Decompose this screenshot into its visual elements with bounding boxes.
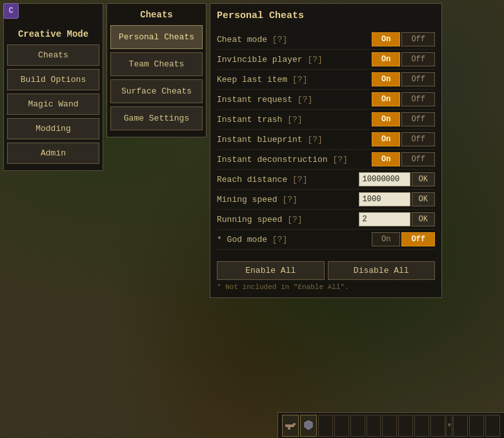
cheat-mode-row: Cheat mode [?] On Off — [217, 30, 435, 50]
cheat-mode-on[interactable]: On — [372, 32, 400, 46]
ui-container: Creative Mode Cheats Build Options Magic… — [0, 0, 445, 301]
middle-panel: Cheats Personal Cheats Team Cheats Surfa… — [106, 3, 207, 137]
mining-speed-input[interactable] — [359, 192, 410, 206]
instant-request-toggle: On Off — [372, 92, 435, 106]
keep-last-item-on[interactable]: On — [372, 72, 400, 86]
surface-cheats-button[interactable]: Surface Cheats — [110, 79, 203, 103]
toolbar-slot-ext-2[interactable] — [485, 415, 500, 437]
reach-distance-input[interactable] — [359, 172, 410, 186]
toolbar-slot-ext-0[interactable] — [453, 415, 468, 437]
game-settings-button[interactable]: Game Settings — [110, 106, 203, 130]
god-mode-toggle: On Off — [372, 232, 435, 246]
toolbar-slot-1[interactable] — [300, 415, 317, 437]
toolbar-slot-3[interactable] — [334, 415, 349, 437]
toolbar-scroll-button[interactable]: ▼ — [446, 415, 453, 437]
nav-panel-title: Creative Mode — [7, 26, 99, 45]
nav-admin-button[interactable]: Admin — [7, 143, 99, 164]
note-text: * Not included in "Enable All". — [217, 283, 435, 291]
toolbar-slot-0[interactable] — [282, 415, 299, 437]
invincible-player-on[interactable]: On — [372, 52, 400, 66]
instant-deconstruction-toggle: On Off — [372, 152, 435, 166]
reach-distance-row: Reach distance [?] OK — [217, 170, 435, 190]
toolbar-slot-8[interactable] — [414, 415, 429, 437]
app-icon: C — [3, 3, 19, 19]
toolbar-slot-7[interactable] — [398, 415, 413, 437]
svg-rect-2 — [288, 427, 290, 430]
instant-deconstruction-help[interactable]: [?] — [332, 155, 347, 164]
disable-all-button[interactable]: Disable All — [328, 261, 436, 280]
god-mode-row: * God mode [?] On Off — [217, 230, 435, 250]
cheat-mode-label: Cheat mode [?] — [217, 35, 372, 45]
enable-all-button[interactable]: Enable All — [217, 261, 325, 280]
main-panel-title: Personal Cheats — [217, 10, 435, 26]
keep-last-item-label: Keep last item [?] — [217, 75, 372, 85]
mining-speed-ok[interactable]: OK — [412, 192, 435, 206]
nav-modding-button[interactable]: Modding — [7, 118, 99, 139]
team-cheats-button[interactable]: Team Cheats — [110, 52, 203, 76]
instant-trash-off[interactable]: Off — [401, 112, 435, 126]
instant-request-off[interactable]: Off — [401, 92, 435, 106]
instant-request-label: Instant request [?] — [217, 95, 372, 105]
instant-blueprint-toggle: On Off — [372, 132, 435, 146]
reach-distance-help[interactable]: [?] — [292, 175, 307, 184]
instant-trash-help[interactable]: [?] — [287, 115, 302, 124]
toolbar-slot-2[interactable] — [318, 415, 333, 437]
svg-rect-0 — [285, 424, 294, 427]
running-speed-row: Running speed [?] OK — [217, 210, 435, 230]
mining-speed-help[interactable]: [?] — [282, 195, 297, 204]
reach-distance-label: Reach distance [?] — [217, 175, 359, 184]
instant-deconstruction-off[interactable]: Off — [401, 152, 435, 166]
nav-panel: Creative Mode Cheats Build Options Magic… — [3, 3, 103, 171]
instant-blueprint-on[interactable]: On — [372, 132, 400, 146]
nav-build-options-button[interactable]: Build Options — [7, 69, 99, 90]
instant-request-on[interactable]: On — [372, 92, 400, 106]
personal-cheats-button[interactable]: Personal Cheats — [110, 25, 203, 49]
invincible-player-row: Invincible player [?] On Off — [217, 50, 435, 70]
instant-blueprint-label: Instant blueprint [?] — [217, 135, 372, 144]
invincible-player-toggle: On Off — [372, 52, 435, 66]
main-panel: Personal Cheats Cheat mode [?] On Off In… — [210, 3, 442, 298]
toolbar-slot-5[interactable] — [367, 415, 381, 437]
running-speed-input[interactable] — [359, 212, 410, 226]
instant-request-row: Instant request [?] On Off — [217, 90, 435, 110]
cheat-mode-help[interactable]: [?] — [272, 35, 287, 45]
keep-last-item-off[interactable]: Off — [401, 72, 435, 86]
instant-deconstruction-label: Instant deconstruction [?] — [217, 155, 372, 164]
nav-cheats-button[interactable]: Cheats — [7, 45, 99, 66]
instant-blueprint-help[interactable]: [?] — [307, 135, 322, 144]
instant-blueprint-off[interactable]: Off — [401, 132, 435, 146]
toolbar-slot-ext-1[interactable] — [469, 415, 484, 437]
running-speed-input-group: OK — [359, 212, 435, 226]
god-mode-off[interactable]: Off — [401, 232, 435, 246]
gun-icon — [283, 418, 298, 433]
god-mode-on[interactable]: On — [372, 232, 400, 246]
invincible-player-off[interactable]: Off — [401, 52, 435, 66]
instant-trash-toggle: On Off — [372, 112, 435, 126]
keep-last-item-row: Keep last item [?] On Off — [217, 70, 435, 90]
middle-panel-title: Cheats — [110, 7, 203, 25]
running-speed-ok[interactable]: OK — [412, 212, 435, 226]
invincible-player-help[interactable]: [?] — [307, 55, 322, 65]
instant-trash-on[interactable]: On — [372, 112, 400, 126]
keep-last-item-help[interactable]: [?] — [292, 75, 307, 85]
instant-blueprint-row: Instant blueprint [?] On Off — [217, 130, 435, 150]
toolbar-slot-4[interactable] — [350, 415, 365, 437]
invincible-player-label: Invincible player [?] — [217, 55, 372, 65]
reach-distance-ok[interactable]: OK — [412, 172, 435, 186]
running-speed-help[interactable]: [?] — [287, 215, 302, 224]
god-mode-help[interactable]: [?] — [272, 235, 287, 244]
running-speed-label: Running speed [?] — [217, 215, 359, 224]
cheat-mode-toggle: On Off — [372, 32, 435, 46]
mining-speed-input-group: OK — [359, 192, 435, 206]
reach-distance-input-group: OK — [359, 172, 435, 186]
toolbar-slot-6[interactable] — [382, 415, 397, 437]
toolbar-slot-9[interactable] — [430, 415, 445, 437]
instant-request-help[interactable]: [?] — [297, 95, 312, 105]
god-mode-label: * God mode [?] — [217, 235, 372, 244]
instant-deconstruction-on[interactable]: On — [372, 152, 400, 166]
action-row: Enable All Disable All — [217, 256, 435, 280]
nav-magic-wand-button[interactable]: Magic Wand — [7, 94, 99, 115]
instant-deconstruction-row: Instant deconstruction [?] On Off — [217, 150, 435, 170]
cheat-mode-off[interactable]: Off — [401, 32, 435, 46]
mining-speed-label: Mining speed [?] — [217, 195, 359, 204]
